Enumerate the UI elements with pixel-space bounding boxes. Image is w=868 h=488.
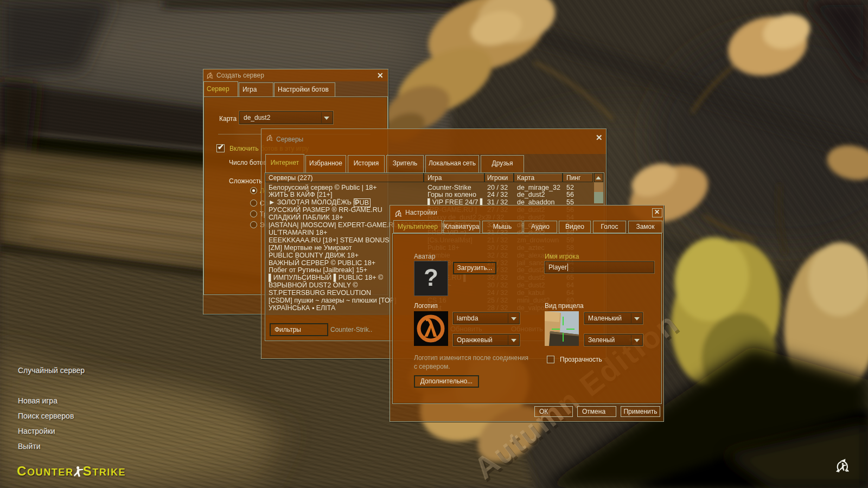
svg-text:λ: λ xyxy=(424,315,437,342)
